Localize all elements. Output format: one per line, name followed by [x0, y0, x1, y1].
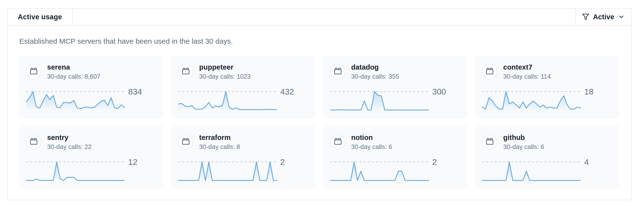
- sparkline-chart: [26, 89, 125, 112]
- toy-brick-icon: [485, 67, 494, 76]
- sparkline-chart: [330, 160, 429, 182]
- server-calls-label: 30-day calls: 6: [503, 143, 544, 151]
- peak-value-label: 432: [280, 87, 294, 96]
- sparkline-area: 12: [26, 160, 156, 182]
- funnel-icon: [582, 13, 589, 20]
- server-name: terraform: [199, 133, 240, 142]
- panel-header: Active usage Active: [8, 8, 631, 26]
- toy-brick-icon: [334, 137, 342, 147]
- toy-brick-icon: [485, 137, 494, 147]
- server-name: datadog: [351, 63, 400, 72]
- server-calls-label: 30-day calls: 22: [47, 143, 92, 151]
- server-avatar: [26, 134, 41, 150]
- peak-value-label: 834: [128, 87, 142, 96]
- active-usage-panel: Active usage Active Established MCP serv…: [7, 8, 632, 200]
- server-card-grid: serena 30-day calls: 8,607 834 puppeteer…: [19, 56, 619, 189]
- card-header: datadog 30-day calls: 355: [330, 63, 461, 80]
- sparkline-area: 834: [26, 89, 156, 112]
- server-avatar: [178, 134, 193, 150]
- toy-brick-icon: [182, 137, 190, 147]
- server-card[interactable]: serena 30-day calls: 8,607 834: [19, 56, 163, 118]
- server-calls-label: 30-day calls: 6: [351, 143, 392, 151]
- sparkline-chart: [178, 160, 277, 182]
- server-card[interactable]: context7 30-day calls: 114 18: [475, 56, 619, 118]
- toy-brick-icon: [29, 137, 38, 147]
- card-header: sentry 30-day calls: 22: [26, 133, 156, 151]
- peak-value-label: 18: [584, 87, 594, 96]
- sparkline-area: 300: [330, 89, 461, 112]
- filter-dropdown[interactable]: Active: [575, 8, 631, 25]
- server-card[interactable]: sentry 30-day calls: 22 12: [19, 126, 163, 189]
- server-card[interactable]: terraform 30-day calls: 8 2: [172, 126, 316, 189]
- card-titles: context7 30-day calls: 114: [503, 63, 551, 80]
- peak-value-label: 12: [128, 157, 138, 167]
- filter-value: Active: [593, 13, 614, 21]
- card-header: context7 30-day calls: 114: [482, 63, 612, 80]
- panel-body: Established MCP servers that have been u…: [8, 26, 631, 200]
- server-name: context7: [503, 63, 551, 72]
- server-card[interactable]: datadog 30-day calls: 355 300: [324, 56, 468, 118]
- sparkline-area: 2: [178, 160, 308, 182]
- card-header: github 30-day calls: 6: [482, 133, 612, 151]
- peak-value-label: 4: [584, 157, 589, 167]
- card-titles: datadog 30-day calls: 355: [351, 63, 400, 80]
- peak-value-label: 2: [280, 157, 285, 167]
- server-calls-label: 30-day calls: 8: [199, 143, 240, 151]
- server-avatar: [330, 64, 346, 79]
- server-name: notion: [351, 133, 392, 142]
- toy-brick-icon: [29, 67, 38, 76]
- server-avatar: [482, 64, 497, 79]
- server-calls-label: 30-day calls: 8,607: [47, 72, 100, 80]
- card-titles: notion 30-day calls: 6: [351, 133, 392, 151]
- card-titles: terraform 30-day calls: 8: [199, 133, 240, 151]
- card-header: puppeteer 30-day calls: 1023: [178, 63, 308, 80]
- server-avatar: [26, 64, 41, 79]
- sparkline-area: 4: [482, 160, 612, 182]
- server-name: puppeteer: [199, 63, 251, 72]
- card-titles: puppeteer 30-day calls: 1023: [199, 63, 251, 80]
- sparkline-chart: [330, 89, 429, 112]
- server-avatar: [482, 134, 497, 150]
- card-header: serena 30-day calls: 8,607: [26, 63, 156, 80]
- card-titles: github 30-day calls: 6: [503, 133, 544, 151]
- sparkline-chart: [482, 89, 581, 112]
- sparkline-chart: [482, 160, 581, 182]
- server-avatar: [178, 64, 193, 79]
- server-name: serena: [47, 63, 100, 72]
- chevron-down-icon: [618, 14, 625, 20]
- server-name: sentry: [47, 133, 92, 142]
- sparkline-area: 2: [330, 160, 461, 182]
- card-titles: sentry 30-day calls: 22: [47, 133, 92, 151]
- peak-value-label: 2: [432, 157, 437, 167]
- toy-brick-icon: [334, 67, 342, 76]
- sparkline-chart: [178, 89, 277, 112]
- card-header: terraform 30-day calls: 8: [178, 133, 308, 151]
- sparkline-area: 432: [178, 89, 308, 112]
- card-titles: serena 30-day calls: 8,607: [47, 63, 100, 80]
- tab-active-usage[interactable]: Active usage: [8, 8, 73, 25]
- toy-brick-icon: [182, 67, 190, 76]
- server-card[interactable]: github 30-day calls: 6 4: [475, 126, 619, 189]
- server-card[interactable]: puppeteer 30-day calls: 1023 432: [172, 56, 316, 118]
- sparkline-area: 18: [482, 89, 612, 112]
- server-calls-label: 30-day calls: 1023: [199, 72, 251, 80]
- peak-value-label: 300: [432, 87, 446, 96]
- server-calls-label: 30-day calls: 114: [503, 72, 551, 80]
- sparkline-chart: [26, 160, 125, 182]
- card-header: notion 30-day calls: 6: [330, 133, 461, 151]
- server-calls-label: 30-day calls: 355: [351, 72, 400, 80]
- server-avatar: [330, 134, 346, 150]
- tab-label: Active usage: [18, 13, 62, 21]
- panel-description: Established MCP servers that have been u…: [19, 36, 619, 46]
- server-name: github: [503, 133, 544, 142]
- server-card[interactable]: notion 30-day calls: 6 2: [324, 126, 468, 189]
